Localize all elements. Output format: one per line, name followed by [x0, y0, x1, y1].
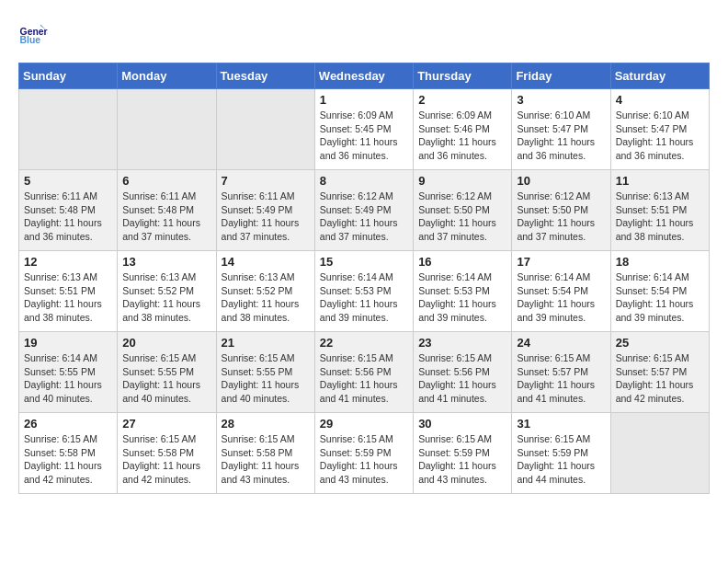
day-info: Sunrise: 6:11 AM Sunset: 5:49 PM Dayligh… [222, 190, 310, 244]
day-info: Sunrise: 6:10 AM Sunset: 5:47 PM Dayligh… [616, 109, 704, 163]
calendar-cell: 26Sunrise: 6:15 AM Sunset: 5:58 PM Dayli… [19, 413, 118, 494]
calendar-cell: 5Sunrise: 6:11 AM Sunset: 5:48 PM Daylig… [19, 170, 118, 251]
day-info: Sunrise: 6:15 AM Sunset: 5:58 PM Dayligh… [122, 432, 210, 487]
day-number: 25 [616, 336, 704, 350]
day-info: Sunrise: 6:15 AM Sunset: 5:59 PM Dayligh… [517, 432, 605, 487]
day-number: 28 [222, 417, 310, 431]
weekday-header-friday: Friday [512, 63, 610, 89]
day-number: 22 [320, 336, 408, 350]
day-number: 18 [616, 255, 704, 269]
calendar-cell: 27Sunrise: 6:15 AM Sunset: 5:58 PM Dayli… [118, 413, 216, 494]
day-number: 6 [122, 174, 210, 188]
calendar-cell: 21Sunrise: 6:15 AM Sunset: 5:55 PM Dayli… [216, 332, 314, 413]
weekday-header-thursday: Thursday [414, 63, 512, 89]
day-info: Sunrise: 6:13 AM Sunset: 5:52 PM Dayligh… [122, 270, 210, 325]
calendar-cell [610, 413, 709, 494]
day-info: Sunrise: 6:09 AM Sunset: 5:46 PM Dayligh… [418, 109, 506, 163]
calendar-cell: 4Sunrise: 6:10 AM Sunset: 5:47 PM Daylig… [610, 89, 709, 170]
calendar-cell: 18Sunrise: 6:14 AM Sunset: 5:54 PM Dayli… [610, 251, 709, 332]
day-info: Sunrise: 6:15 AM Sunset: 5:55 PM Dayligh… [222, 351, 310, 406]
day-info: Sunrise: 6:12 AM Sunset: 5:50 PM Dayligh… [517, 190, 605, 244]
calendar-cell: 31Sunrise: 6:15 AM Sunset: 5:59 PM Dayli… [512, 413, 610, 494]
calendar-cell [216, 89, 314, 170]
day-info: Sunrise: 6:15 AM Sunset: 5:59 PM Dayligh… [418, 432, 506, 487]
calendar-cell: 13Sunrise: 6:13 AM Sunset: 5:52 PM Dayli… [118, 251, 216, 332]
day-number: 12 [24, 255, 112, 269]
calendar-week-1: 1Sunrise: 6:09 AM Sunset: 5:45 PM Daylig… [19, 89, 710, 170]
calendar-cell: 9Sunrise: 6:12 AM Sunset: 5:50 PM Daylig… [414, 170, 512, 251]
calendar-cell: 24Sunrise: 6:15 AM Sunset: 5:57 PM Dayli… [512, 332, 610, 413]
day-info: Sunrise: 6:15 AM Sunset: 5:58 PM Dayligh… [24, 432, 112, 487]
day-info: Sunrise: 6:14 AM Sunset: 5:53 PM Dayligh… [418, 270, 506, 325]
day-number: 13 [122, 255, 210, 269]
day-number: 3 [517, 93, 605, 107]
day-info: Sunrise: 6:12 AM Sunset: 5:49 PM Dayligh… [320, 190, 408, 244]
calendar-cell: 12Sunrise: 6:13 AM Sunset: 5:51 PM Dayli… [19, 251, 118, 332]
calendar-cell: 15Sunrise: 6:14 AM Sunset: 5:53 PM Dayli… [314, 251, 413, 332]
calendar-cell: 23Sunrise: 6:15 AM Sunset: 5:56 PM Dayli… [414, 332, 512, 413]
day-number: 23 [418, 336, 506, 350]
day-number: 4 [616, 93, 704, 107]
day-number: 10 [517, 174, 605, 188]
day-info: Sunrise: 6:11 AM Sunset: 5:48 PM Dayligh… [122, 190, 210, 244]
day-number: 29 [320, 417, 408, 431]
day-info: Sunrise: 6:14 AM Sunset: 5:54 PM Dayligh… [517, 270, 605, 325]
calendar-cell [118, 89, 216, 170]
calendar-cell: 25Sunrise: 6:15 AM Sunset: 5:57 PM Dayli… [610, 332, 709, 413]
calendar-week-5: 26Sunrise: 6:15 AM Sunset: 5:58 PM Dayli… [19, 413, 710, 494]
day-number: 8 [320, 174, 408, 188]
day-number: 11 [616, 174, 704, 188]
day-info: Sunrise: 6:15 AM Sunset: 5:58 PM Dayligh… [222, 432, 310, 487]
weekday-header-wednesday: Wednesday [314, 63, 413, 89]
calendar-cell: 8Sunrise: 6:12 AM Sunset: 5:49 PM Daylig… [314, 170, 413, 251]
day-info: Sunrise: 6:15 AM Sunset: 5:57 PM Dayligh… [517, 351, 605, 406]
day-info: Sunrise: 6:15 AM Sunset: 5:56 PM Dayligh… [320, 351, 408, 406]
day-info: Sunrise: 6:13 AM Sunset: 5:51 PM Dayligh… [616, 190, 704, 244]
day-info: Sunrise: 6:10 AM Sunset: 5:47 PM Dayligh… [517, 109, 605, 163]
calendar-cell: 16Sunrise: 6:14 AM Sunset: 5:53 PM Dayli… [414, 251, 512, 332]
calendar-cell: 6Sunrise: 6:11 AM Sunset: 5:48 PM Daylig… [118, 170, 216, 251]
calendar-cell: 3Sunrise: 6:10 AM Sunset: 5:47 PM Daylig… [512, 89, 610, 170]
day-number: 5 [24, 174, 112, 188]
day-info: Sunrise: 6:15 AM Sunset: 5:55 PM Dayligh… [122, 351, 210, 406]
calendar-cell: 29Sunrise: 6:15 AM Sunset: 5:59 PM Dayli… [314, 413, 413, 494]
day-number: 15 [320, 255, 408, 269]
calendar-cell: 7Sunrise: 6:11 AM Sunset: 5:49 PM Daylig… [216, 170, 314, 251]
calendar-cell [19, 89, 118, 170]
day-number: 26 [24, 417, 112, 431]
calendar-week-2: 5Sunrise: 6:11 AM Sunset: 5:48 PM Daylig… [19, 170, 710, 251]
weekday-header-tuesday: Tuesday [216, 63, 314, 89]
day-info: Sunrise: 6:11 AM Sunset: 5:48 PM Dayligh… [24, 190, 112, 244]
page-header: General Blue [18, 18, 710, 48]
calendar-body: 1Sunrise: 6:09 AM Sunset: 5:45 PM Daylig… [19, 89, 710, 494]
calendar-cell: 2Sunrise: 6:09 AM Sunset: 5:46 PM Daylig… [414, 89, 512, 170]
weekday-header-monday: Monday [118, 63, 216, 89]
day-number: 31 [517, 417, 605, 431]
day-number: 21 [222, 336, 310, 350]
calendar-cell: 1Sunrise: 6:09 AM Sunset: 5:45 PM Daylig… [314, 89, 413, 170]
day-number: 14 [222, 255, 310, 269]
day-number: 17 [517, 255, 605, 269]
weekday-header-sunday: Sunday [19, 63, 118, 89]
day-number: 1 [320, 93, 408, 107]
day-number: 30 [418, 417, 506, 431]
logo-icon: General Blue [18, 18, 48, 48]
day-info: Sunrise: 6:14 AM Sunset: 5:54 PM Dayligh… [616, 270, 704, 325]
calendar-header-row: SundayMondayTuesdayWednesdayThursdayFrid… [19, 63, 710, 89]
day-info: Sunrise: 6:09 AM Sunset: 5:45 PM Dayligh… [320, 109, 408, 163]
day-number: 2 [418, 93, 506, 107]
calendar-cell: 10Sunrise: 6:12 AM Sunset: 5:50 PM Dayli… [512, 170, 610, 251]
day-info: Sunrise: 6:14 AM Sunset: 5:53 PM Dayligh… [320, 270, 408, 325]
day-number: 19 [24, 336, 112, 350]
day-info: Sunrise: 6:15 AM Sunset: 5:56 PM Dayligh… [418, 351, 506, 406]
day-number: 9 [418, 174, 506, 188]
day-number: 7 [222, 174, 310, 188]
calendar-cell: 19Sunrise: 6:14 AM Sunset: 5:55 PM Dayli… [19, 332, 118, 413]
weekday-header-saturday: Saturday [610, 63, 709, 89]
calendar-cell: 30Sunrise: 6:15 AM Sunset: 5:59 PM Dayli… [414, 413, 512, 494]
calendar-table: SundayMondayTuesdayWednesdayThursdayFrid… [18, 63, 710, 494]
day-info: Sunrise: 6:15 AM Sunset: 5:59 PM Dayligh… [320, 432, 408, 487]
logo: General Blue [18, 18, 51, 48]
day-info: Sunrise: 6:15 AM Sunset: 5:57 PM Dayligh… [616, 351, 704, 406]
day-info: Sunrise: 6:14 AM Sunset: 5:55 PM Dayligh… [24, 351, 112, 406]
